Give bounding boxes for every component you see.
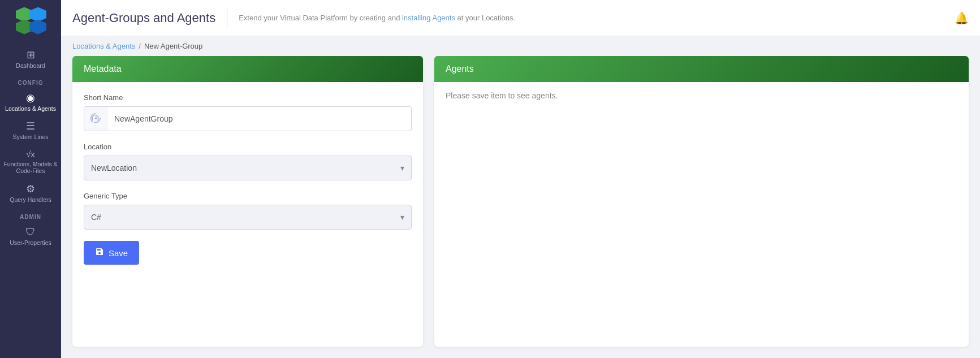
functions-icon: √x [26,150,35,158]
sidebar-item-user-properties[interactable]: 🛡 User-Properties [0,222,61,251]
user-properties-icon: 🛡 [25,227,36,237]
metadata-card: Metadata Short Name [72,56,423,347]
short-name-input[interactable] [107,107,411,131]
breadcrumb: Locations & Agents / New Agent-Group [61,36,980,56]
sidebar-section-config: CONFIG [0,74,61,88]
save-button[interactable]: Save [84,241,139,265]
locations-icon: ◉ [26,93,35,103]
metadata-card-body: Short Name [72,82,423,276]
sidebar-section-admin: ADMIN [0,208,61,222]
sidebar-item-dashboard[interactable]: ⊞ Dashboard [0,45,61,74]
header-subtitle: Extend your Virtual Data Platform by cre… [239,14,943,22]
sidebar-item-query-handlers[interactable]: ⚙ Query Handlers [0,179,61,208]
location-select-wrapper: NewLocation ▾ [84,156,412,180]
svg-point-0 [95,118,96,119]
content-area: Metadata Short Name [61,56,980,358]
generic-type-group: Generic Type C# Java Python ▾ [84,192,412,230]
breadcrumb-link[interactable]: Locations & Agents [72,42,135,50]
sidebar-item-functions-models[interactable]: √x Functions, Models & Code-Files [0,145,61,179]
dashboard-icon: ⊞ [27,50,35,60]
sidebar-item-system-lines[interactable]: ☰ System Lines [0,117,61,145]
save-button-label: Save [109,248,128,258]
short-name-group: Short Name [84,93,412,131]
save-icon [95,247,104,258]
metadata-card-header: Metadata [72,56,423,82]
agents-card-header: Agents [434,56,969,82]
main-content: Agent-Groups and Agents Extend your Virt… [61,0,980,358]
sidebar: ⊞ Dashboard CONFIG ◉ Locations & Agents … [0,0,61,358]
breadcrumb-current: New Agent-Group [144,42,202,50]
query-handlers-icon: ⚙ [26,184,35,194]
short-name-input-wrapper [84,106,412,131]
sidebar-item-label: Query Handlers [10,196,51,204]
breadcrumb-separator: / [139,42,141,50]
fingerprint-icon [84,107,107,131]
short-name-label: Short Name [84,93,412,102]
sidebar-item-label: Functions, Models & Code-Files [3,161,58,175]
generic-type-select-wrapper: C# Java Python ▾ [84,205,412,230]
system-lines-icon: ☰ [26,121,35,131]
generic-type-label: Generic Type [84,192,412,200]
header: Agent-Groups and Agents Extend your Virt… [61,0,980,36]
sidebar-item-locations-agents[interactable]: ◉ Locations & Agents [0,88,61,117]
sidebar-item-label: User-Properties [10,239,51,247]
sidebar-item-label: Dashboard [16,62,45,70]
installing-agents-link[interactable]: installing Agents [402,14,455,22]
agents-placeholder-text: Please save item to see agents. [434,82,969,109]
sidebar-logo [0,0,61,45]
logo-hex-group [14,7,48,38]
location-select[interactable]: NewLocation [84,156,411,180]
location-group: Location NewLocation ▾ [84,143,412,180]
generic-type-select[interactable]: C# Java Python [84,205,411,229]
sidebar-item-label: System Lines [12,133,48,141]
bell-icon[interactable]: 🔔 [955,11,969,25]
sidebar-item-label: Locations & Agents [5,105,56,113]
header-divider [227,8,227,28]
agents-card: Agents Please save item to see agents. [434,56,969,347]
hex-bottom-right [29,20,46,34]
location-label: Location [84,143,412,151]
page-title: Agent-Groups and Agents [72,11,215,25]
